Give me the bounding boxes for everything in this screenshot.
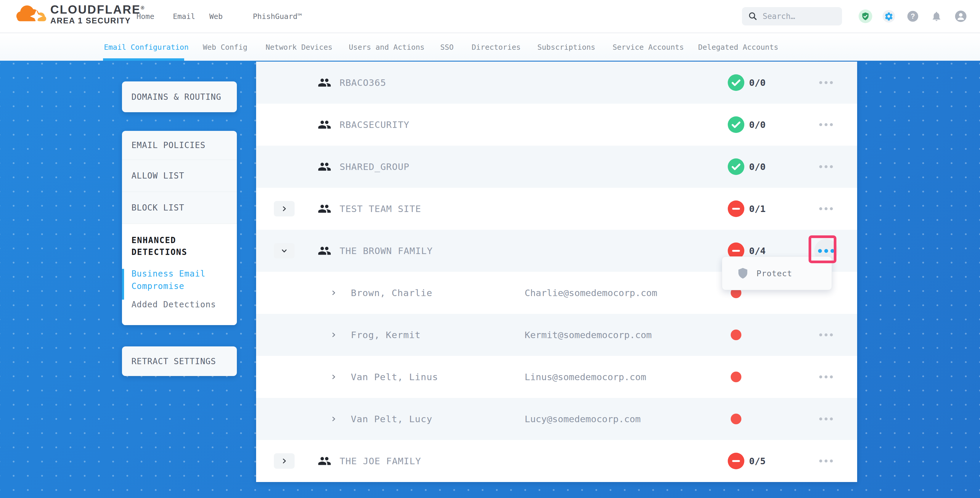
search-box[interactable] bbox=[742, 7, 842, 25]
member-email: Kermit@somedemocorp.com bbox=[525, 329, 652, 340]
status-unprotected-icon bbox=[728, 453, 745, 469]
group-icon bbox=[318, 202, 331, 216]
chevron-right-icon[interactable] bbox=[330, 415, 337, 423]
status-protected-icon bbox=[728, 158, 745, 175]
status-unprotected-dot bbox=[731, 372, 741, 382]
table-row-group[interactable]: SHARED_GROUP 0/0 bbox=[256, 146, 857, 188]
group-name: SHARED_GROUP bbox=[340, 161, 409, 172]
protected-count: 0/0 bbox=[749, 161, 766, 172]
nav-phishguard[interactable]: PhishGuard™ bbox=[253, 0, 302, 33]
active-item-indicator-bar bbox=[122, 269, 124, 300]
group-icon bbox=[318, 160, 331, 173]
member-name: Frog, Kermit bbox=[351, 329, 421, 340]
sidebar-item-business-email-compromise[interactable]: Business Email Compromise bbox=[132, 268, 220, 293]
chevron-right-icon[interactable] bbox=[330, 289, 337, 296]
sidebar-item-email-policies[interactable]: EMAIL POLICIES bbox=[122, 131, 237, 160]
sidebar-section-enhanced-detections: ENHANCED DETECTIONS Business Email Compr… bbox=[122, 224, 237, 325]
tab-service-accounts[interactable]: Service Accounts bbox=[612, 43, 684, 51]
row-menu-button[interactable] bbox=[814, 449, 838, 473]
expand-button[interactable] bbox=[274, 201, 294, 216]
group-icon bbox=[318, 118, 331, 132]
nav-email[interactable]: Email bbox=[173, 0, 195, 33]
member-email: Charlie@somedemocorp.com bbox=[525, 288, 657, 298]
table-row-group[interactable]: RBACO365 0/0 bbox=[256, 62, 857, 103]
status-unprotected-dot bbox=[731, 414, 741, 424]
help-icon[interactable]: ? bbox=[907, 10, 919, 22]
table-row-group[interactable]: THE JOE FAMILY 0/5 bbox=[256, 440, 857, 482]
nav-home[interactable]: Home bbox=[137, 0, 154, 33]
section-tabs: Email Configuration Web Config Network D… bbox=[0, 33, 980, 61]
table-row-member[interactable]: Van Pelt, Lucy Lucy@somedemocorp.com bbox=[256, 398, 857, 440]
group-icon bbox=[318, 244, 331, 258]
group-name: RBACO365 bbox=[340, 77, 386, 88]
sidebar-policies-card: EMAIL POLICIES ALLOW LIST BLOCK LIST ENH… bbox=[122, 131, 237, 325]
status-unprotected-icon bbox=[728, 200, 745, 217]
protected-count: 0/4 bbox=[749, 245, 766, 256]
sidebar-item-block-list[interactable]: BLOCK LIST bbox=[122, 192, 237, 224]
tab-delegated-accounts[interactable]: Delegated Accounts bbox=[698, 43, 778, 51]
collapse-button[interactable] bbox=[274, 243, 294, 258]
svg-text:?: ? bbox=[911, 13, 915, 20]
settings-gear-icon[interactable] bbox=[883, 10, 895, 22]
group-name: THE JOE FAMILY bbox=[340, 456, 421, 466]
row-menu-button[interactable] bbox=[814, 155, 838, 178]
tab-users-and-actions[interactable]: Users and Actions bbox=[349, 43, 425, 51]
sidebar-item-retract-settings[interactable]: RETRACT SETTINGS bbox=[122, 347, 237, 376]
chevron-right-icon[interactable] bbox=[330, 373, 337, 380]
status-protected-icon bbox=[728, 116, 745, 133]
sidebar-item-enhanced-detections[interactable]: ENHANCED DETECTIONS bbox=[132, 234, 220, 258]
tab-email-configuration[interactable]: Email Configuration bbox=[104, 43, 189, 51]
cloudflare-cloud-icon bbox=[15, 2, 49, 24]
row-menu-button[interactable] bbox=[814, 197, 838, 221]
group-name: RBACSECURITY bbox=[340, 119, 409, 130]
chevron-down-icon bbox=[281, 247, 288, 255]
expand-button[interactable] bbox=[274, 453, 294, 469]
annotation-highlight-box bbox=[808, 235, 837, 263]
row-menu-button[interactable] bbox=[814, 323, 838, 347]
search-input[interactable] bbox=[763, 12, 831, 21]
row-menu-button[interactable] bbox=[814, 407, 838, 431]
row-menu-button[interactable] bbox=[814, 113, 838, 137]
tab-subscriptions[interactable]: Subscriptions bbox=[538, 43, 595, 51]
menu-item-protect[interactable]: Protect bbox=[756, 269, 792, 278]
tab-sso[interactable]: SSO bbox=[440, 43, 453, 51]
member-email: Linus@somedemocorp.com bbox=[525, 372, 646, 382]
member-email: Lucy@somedemocorp.com bbox=[525, 414, 641, 424]
protected-count: 0/1 bbox=[749, 204, 766, 214]
member-name: Van Pelt, Linus bbox=[351, 372, 438, 382]
table-row-member[interactable]: Van Pelt, Linus Linus@somedemocorp.com bbox=[256, 356, 857, 398]
sidebar-item-allow-list[interactable]: ALLOW LIST bbox=[122, 160, 237, 192]
search-icon bbox=[748, 11, 758, 21]
row-menu-button[interactable] bbox=[814, 365, 838, 389]
brand-title: CLOUDFLARE bbox=[50, 3, 141, 16]
nav-web[interactable]: Web bbox=[209, 0, 223, 33]
member-name: Van Pelt, Lucy bbox=[351, 414, 432, 424]
table-row-group[interactable]: RBACSECURITY 0/0 bbox=[256, 103, 857, 146]
group-icon bbox=[318, 454, 331, 468]
brand-subtitle: AREA 1 SECURITY bbox=[50, 16, 145, 25]
account-icon[interactable] bbox=[955, 10, 967, 22]
tab-network-devices[interactable]: Network Devices bbox=[266, 43, 332, 51]
group-icon bbox=[318, 76, 331, 89]
member-name: Brown, Charlie bbox=[351, 288, 432, 298]
notifications-bell-icon[interactable] bbox=[931, 10, 942, 22]
protected-count: 0/5 bbox=[749, 456, 766, 466]
brand-text: CLOUDFLARE® AREA 1 SECURITY bbox=[50, 1, 145, 25]
app-window: CLOUDFLARE® AREA 1 SECURITY Home Email W… bbox=[0, 0, 980, 498]
tab-directories[interactable]: Directories bbox=[472, 43, 521, 51]
protected-count: 0/0 bbox=[749, 77, 766, 88]
cloudflare-logo[interactable]: CLOUDFLARE® AREA 1 SECURITY bbox=[15, 1, 145, 25]
sidebar-item-added-detections[interactable]: Added Detections bbox=[132, 300, 228, 309]
active-tab-underline bbox=[103, 58, 184, 61]
tab-web-config[interactable]: Web Config bbox=[203, 43, 248, 51]
chevron-right-icon[interactable] bbox=[330, 331, 337, 339]
table-row-group[interactable]: TEST TEAM SITE 0/1 bbox=[256, 188, 857, 230]
row-menu-button[interactable] bbox=[814, 71, 838, 94]
table-row-member[interactable]: Frog, Kermit Kermit@somedemocorp.com bbox=[256, 314, 857, 356]
chevron-right-icon bbox=[281, 205, 288, 212]
top-header: CLOUDFLARE® AREA 1 SECURITY Home Email W… bbox=[0, 0, 980, 33]
shield-check-icon[interactable] bbox=[859, 10, 872, 23]
group-name: TEST TEAM SITE bbox=[340, 204, 421, 214]
sidebar-item-domains-routing[interactable]: DOMAINS & ROUTING bbox=[122, 81, 237, 112]
protected-count: 0/0 bbox=[749, 119, 766, 130]
